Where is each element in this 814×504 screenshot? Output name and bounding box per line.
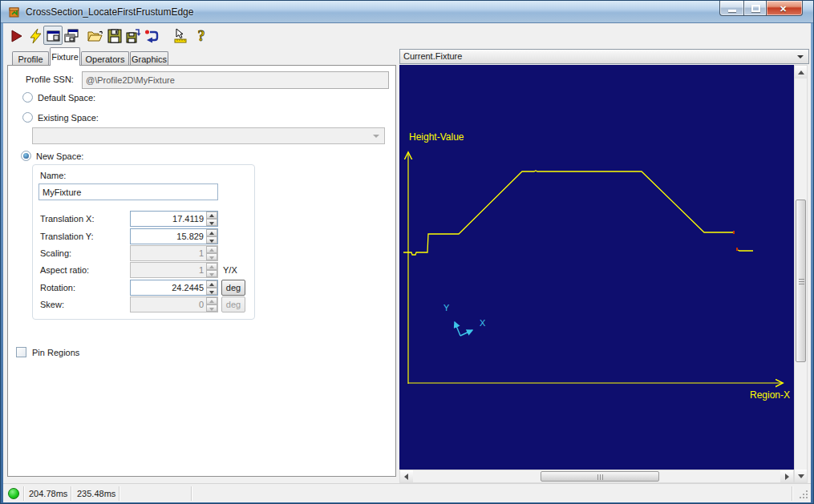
endpoint-mark — [736, 248, 738, 251]
default-space-label: Default Space: — [38, 93, 95, 103]
translation-y-stepper[interactable] — [206, 229, 217, 244]
trigger-button[interactable] — [26, 26, 45, 45]
save-as-button[interactable] — [123, 26, 142, 45]
aspect-ratio-field — [130, 262, 218, 278]
profile-trace-segment2 — [738, 250, 753, 251]
save-as-icon — [125, 28, 141, 44]
translation-x-stepper[interactable] — [206, 212, 217, 226]
name-label: Name: — [40, 171, 66, 180]
cascade-windows-button[interactable] — [61, 26, 80, 45]
status-separator — [23, 486, 24, 501]
vertical-scroll-thumb[interactable] — [796, 200, 806, 362]
profile-ssn-label: Profile SSN: — [26, 75, 74, 84]
scroll-up-button[interactable] — [795, 66, 807, 79]
scroll-down-button[interactable] — [795, 470, 807, 482]
translation-x-label: Translation X: — [40, 214, 94, 224]
spin-up-icon — [206, 246, 217, 253]
arrow-down-icon — [798, 474, 804, 478]
scaling-input — [131, 246, 206, 260]
title-bar[interactable]: CrossSection_LocateFirstFrustumEdge ✕ — [1, 1, 813, 23]
scaling-stepper — [206, 246, 217, 260]
spin-up-icon[interactable] — [206, 212, 217, 219]
endpoint-mark — [733, 231, 735, 234]
rotation-label: Rotation: — [40, 283, 75, 292]
translation-y-field[interactable] — [130, 228, 218, 244]
spin-down-icon[interactable] — [206, 236, 217, 244]
profile-display[interactable]: Height-Value Region-X X Y — [399, 65, 794, 470]
tab-operators[interactable]: Operators — [81, 51, 129, 65]
thumb-grip — [597, 474, 598, 480]
spin-down-icon — [206, 304, 217, 312]
fixture-tab-page: Profile SSN: Default Space: Existing Spa… — [7, 65, 396, 477]
posted-dialog-button[interactable] — [43, 26, 63, 45]
spin-down-icon[interactable] — [206, 219, 217, 226]
minimize-button[interactable] — [719, 1, 743, 16]
skew-input — [131, 297, 206, 312]
new-space-label: New Space: — [36, 151, 83, 161]
skew-field — [130, 296, 218, 312]
display-selector-value: Current.Fixture — [403, 51, 462, 61]
rotation-stepper[interactable] — [206, 280, 217, 295]
tab-fixture[interactable]: Fixture — [50, 47, 80, 66]
window-title: CrossSection_LocateFirstFrustumEdge — [26, 6, 193, 18]
open-button[interactable] — [85, 26, 104, 45]
revert-icon — [144, 28, 160, 44]
arrow-up-icon — [798, 71, 804, 75]
display-horizontal-scrollbar[interactable] — [399, 470, 794, 483]
rotation-deg-button[interactable]: deg — [221, 280, 245, 296]
close-button[interactable]: ✕ — [767, 1, 803, 16]
default-space-radio[interactable] — [22, 92, 33, 103]
x-axis-label: Region-X — [750, 389, 790, 401]
help-button[interactable]: ? — [191, 26, 210, 45]
name-field[interactable] — [38, 183, 218, 200]
translation-x-input[interactable] — [131, 212, 206, 226]
close-icon: ✕ — [780, 4, 787, 14]
scroll-left-button[interactable] — [400, 470, 413, 482]
run-icon — [9, 28, 25, 44]
rotation-input[interactable] — [131, 280, 206, 295]
skew-label: Skew: — [40, 300, 64, 309]
display-vertical-scrollbar[interactable] — [794, 65, 808, 483]
posted-dialog-icon — [46, 28, 62, 44]
spin-up-icon — [206, 297, 217, 304]
arrow-right-icon — [785, 474, 789, 480]
translation-y-input[interactable] — [131, 229, 206, 244]
horizontal-scroll-thumb[interactable] — [541, 471, 659, 482]
client-area: ? Profile Fixture Operators Graphics Pro… — [3, 23, 811, 501]
revert-button[interactable] — [141, 26, 160, 45]
pin-regions-checkbox[interactable] — [16, 347, 26, 357]
existing-space-dropdown[interactable] — [32, 127, 385, 144]
fixture-y-axis-arrow — [455, 322, 460, 336]
maximize-button[interactable] — [743, 1, 767, 16]
fixture-y-label: Y — [443, 303, 450, 312]
spin-down-icon[interactable] — [206, 288, 217, 295]
translation-x-field[interactable] — [130, 211, 218, 227]
status-indicator — [8, 488, 19, 499]
profile-trace — [403, 171, 734, 255]
resize-grip[interactable] — [798, 489, 809, 500]
profile-ssn-field[interactable] — [82, 71, 389, 89]
status-time-2: 235.48ms — [77, 489, 115, 498]
rotation-field[interactable] — [130, 280, 218, 296]
status-separator — [191, 486, 192, 501]
pointer-tool-button[interactable] — [170, 26, 189, 45]
spin-down-icon — [206, 270, 217, 277]
scroll-right-button[interactable] — [780, 470, 793, 482]
existing-space-radio[interactable] — [22, 112, 33, 123]
tab-profile[interactable]: Profile — [12, 51, 49, 65]
skew-stepper — [206, 297, 217, 312]
aspect-ratio-label: Aspect ratio: — [40, 265, 89, 275]
spin-up-icon[interactable] — [206, 280, 217, 288]
arrow-left-icon — [404, 474, 408, 480]
spin-down-icon — [206, 253, 217, 260]
save-button[interactable] — [104, 26, 124, 45]
run-button[interactable] — [6, 26, 26, 45]
spin-up-icon[interactable] — [206, 229, 217, 236]
aspect-ratio-stepper — [206, 263, 217, 277]
display-selector-dropdown[interactable]: Current.Fixture — [399, 49, 809, 64]
maximize-icon — [751, 5, 760, 12]
status-separator — [71, 486, 71, 501]
status-bar: 204.78ms 235.48ms — [3, 483, 811, 502]
tab-graphics[interactable]: Graphics — [130, 51, 168, 65]
new-space-radio[interactable] — [21, 151, 31, 161]
